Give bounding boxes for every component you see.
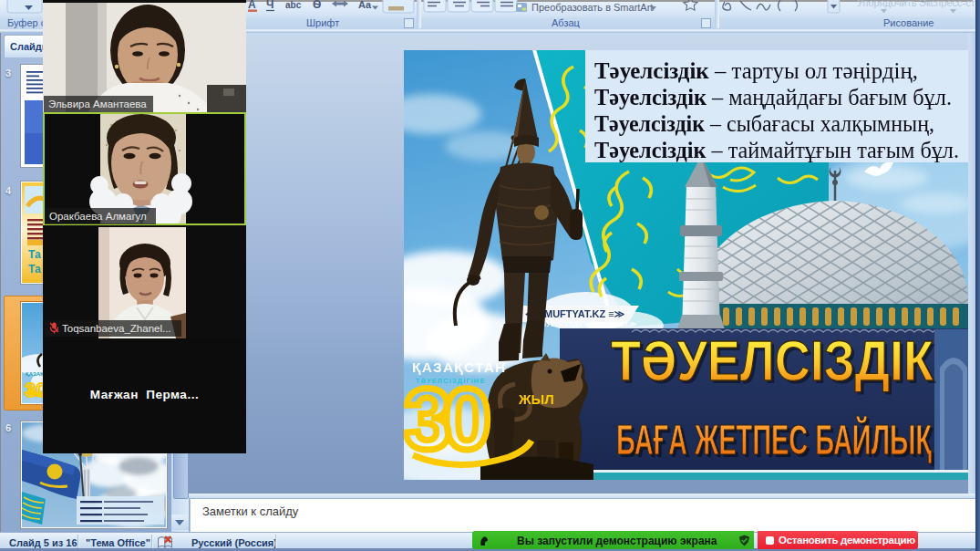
svg-text:Преобразовать в SmartArt: Преобразовать в SmartArt [531, 2, 653, 13]
svg-text:БАҒА ЖЕТПЕС БАЙЛЫҚ: БАҒА ЖЕТПЕС БАЙЛЫҚ [616, 415, 932, 463]
svg-text:Тәуелсіздік – сыбағасы халқымн: Тәуелсіздік – сыбағасы халқымның, [594, 110, 934, 137]
svg-text:ТӘУЕЛСІЗДІК: ТӘУЕЛСІЗДІК [611, 328, 934, 392]
svg-text:Тәуелсіздік – тартуы ол тәңірд: Тәуелсіздік – тартуы ол тәңірдің, [594, 57, 918, 84]
svg-text:Ч: Ч [266, 0, 273, 11]
svg-text:ЖЫЛ: ЖЫЛ [518, 391, 554, 407]
svg-text:abc: abc [285, 0, 302, 10]
svg-text:Упорядочить: Упорядочить [857, 0, 917, 8]
svg-text:Тәуелсіздік – таймайтұғын тағы: Тәуелсіздік – таймайтұғын тағым бұл. [594, 137, 959, 163]
svg-text:Та: Та [28, 263, 41, 276]
svg-text:Аа: Аа [358, 0, 372, 10]
svg-text:Ѳ: Ѳ [313, 0, 321, 11]
svg-text:Экспресс-сти: Экспресс-сти [919, 0, 980, 8]
svg-text:Та: Та [28, 248, 41, 261]
svg-text:Тәуелсіздік – маңдайдағы бағым: Тәуелсіздік – маңдайдағы бағым бұл. [594, 84, 952, 110]
svg-text:30: 30 [404, 371, 488, 467]
svg-text:А: А [248, 0, 256, 11]
